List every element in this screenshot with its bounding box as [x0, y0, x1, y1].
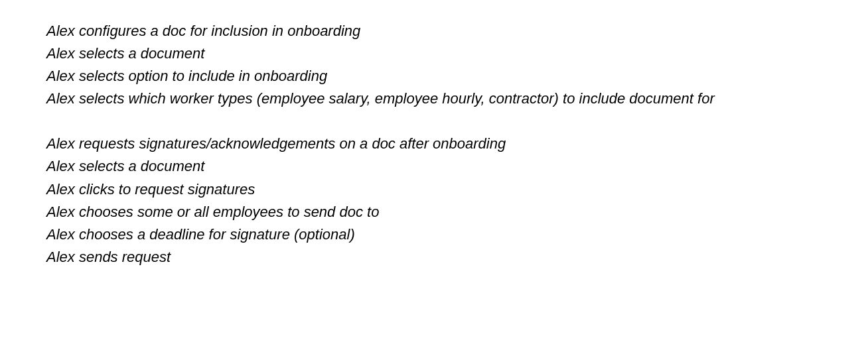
text-line: Alex selects a document — [46, 42, 822, 65]
text-line: Alex selects option to include in onboar… — [46, 65, 822, 88]
text-line: Alex chooses a deadline for signature (o… — [46, 223, 822, 246]
text-line: Alex configures a doc for inclusion in o… — [46, 20, 822, 42]
section-1: Alex configures a doc for inclusion in o… — [46, 20, 822, 110]
section-2: Alex requests signatures/acknowledgement… — [46, 133, 822, 268]
section-gap — [46, 110, 822, 133]
text-line: Alex selects a document — [46, 155, 822, 178]
text-line: Alex chooses some or all employees to se… — [46, 201, 822, 223]
text-line: Alex clicks to request signatures — [46, 178, 822, 201]
text-line: Alex selects which worker types (employe… — [46, 88, 822, 110]
text-line: Alex sends request — [46, 246, 822, 268]
text-line: Alex requests signatures/acknowledgement… — [46, 133, 822, 155]
